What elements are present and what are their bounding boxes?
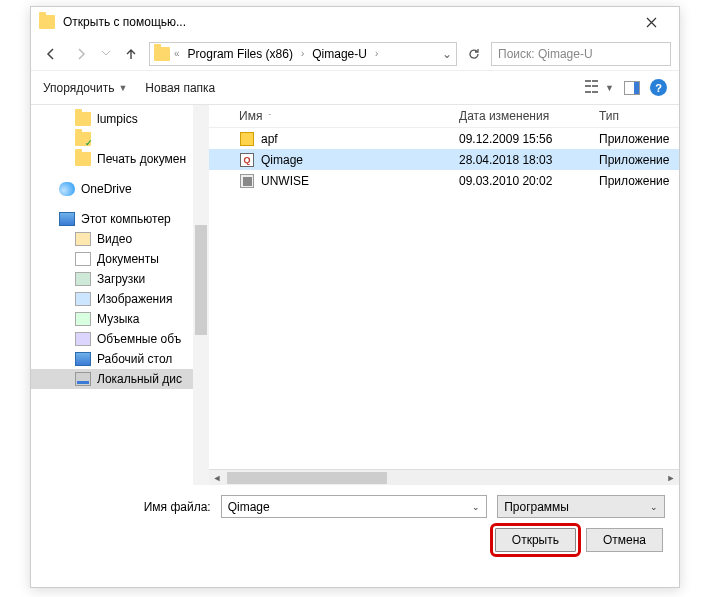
address-bar[interactable]: « Program Files (x86) › Qimage-U › ⌄: [149, 42, 457, 66]
col-header-date[interactable]: Дата изменения: [459, 109, 599, 123]
file-date: 28.04.2018 18:03: [459, 153, 599, 167]
tree-label: Изображения: [97, 292, 172, 306]
nav-row: « Program Files (x86) › Qimage-U › ⌄ Пои…: [31, 37, 679, 71]
arrow-right-icon: [74, 47, 88, 61]
tree-label: Музыка: [97, 312, 139, 326]
file-name: apf: [261, 132, 278, 146]
forward-button[interactable]: [69, 42, 93, 66]
view-icon: [585, 80, 601, 96]
col-label: Дата изменения: [459, 109, 549, 123]
downloads-icon: [75, 272, 91, 286]
tree-label: Рабочий стол: [97, 352, 172, 366]
tree-node-downloads[interactable]: Загрузки: [31, 269, 209, 289]
refresh-button[interactable]: [463, 43, 485, 65]
button-label: Отмена: [603, 533, 646, 547]
tree-node-thispc[interactable]: Этот компьютер: [31, 209, 209, 229]
organize-menu[interactable]: Упорядочить ▼: [43, 81, 127, 95]
help-button[interactable]: ?: [650, 79, 667, 96]
filename-label: Имя файла:: [45, 500, 211, 514]
file-row[interactable]: apf09.12.2009 15:56Приложение: [209, 128, 679, 149]
filename-input[interactable]: Qimage ⌄: [221, 495, 487, 518]
new-folder-label: Новая папка: [145, 81, 215, 95]
file-row[interactable]: QQimage28.04.2018 18:03Приложение: [209, 149, 679, 170]
arrow-up-icon: [124, 47, 138, 61]
open-button[interactable]: Открыть: [495, 528, 576, 552]
music-icon: [75, 312, 91, 326]
breadcrumb-prefix: «: [174, 48, 180, 59]
organize-label: Упорядочить: [43, 81, 114, 95]
close-button[interactable]: [631, 8, 671, 36]
search-input[interactable]: Поиск: Qimage-U: [491, 42, 671, 66]
tree-node-onedrive[interactable]: OneDrive: [31, 179, 209, 199]
nav-tree: lumpics Печать докумен OneDrive Этот ком…: [31, 105, 209, 485]
tree-scrollbar[interactable]: [193, 105, 209, 485]
col-header-type[interactable]: Тип: [599, 109, 679, 123]
tree-label: Видео: [97, 232, 132, 246]
search-placeholder: Поиск: Qimage-U: [498, 47, 593, 61]
objects3d-icon: [75, 332, 91, 346]
close-icon: [646, 17, 657, 28]
tree-node-3dobjects[interactable]: Объемные объ: [31, 329, 209, 349]
window-title: Открыть с помощью...: [63, 15, 631, 29]
tree-label: lumpics: [97, 112, 138, 126]
preview-pane-button[interactable]: [624, 81, 640, 95]
tree-label: Объемные объ: [97, 332, 181, 346]
tree-node-desktop[interactable]: Рабочий стол: [31, 349, 209, 369]
new-folder-button[interactable]: Новая папка: [145, 81, 215, 95]
file-type: Приложение: [599, 132, 679, 146]
up-button[interactable]: [119, 42, 143, 66]
recent-dropdown[interactable]: [99, 42, 113, 66]
documents-icon: [75, 252, 91, 266]
file-date: 09.12.2009 15:56: [459, 132, 599, 146]
chevron-down-icon: ▼: [605, 83, 614, 93]
titlebar: Открыть с помощью...: [31, 7, 679, 37]
disk-icon: [75, 372, 91, 386]
filetype-filter[interactable]: Программы ⌄: [497, 495, 665, 518]
file-name: UNWISE: [261, 174, 309, 188]
arrow-left-icon: [44, 47, 58, 61]
tree-node-localdisk[interactable]: Локальный дис: [31, 369, 209, 389]
chevron-down-icon: ⌄: [650, 502, 658, 512]
tree-node-checked[interactable]: [31, 129, 209, 149]
dialog-footer: Имя файла: Qimage ⌄ Программы ⌄ Открыть …: [31, 485, 679, 566]
scroll-right-icon[interactable]: ►: [663, 473, 679, 483]
sort-asc-icon: ˆ: [268, 112, 271, 121]
tree-node-documents[interactable]: Документы: [31, 249, 209, 269]
col-label: Тип: [599, 109, 619, 123]
file-icon: [239, 173, 255, 189]
chevron-down-icon: [102, 51, 110, 56]
tree-label: Загрузки: [97, 272, 145, 286]
tree-label: Этот компьютер: [81, 212, 171, 226]
breadcrumb-qimage-u[interactable]: Qimage-U: [308, 45, 371, 63]
folder-icon: [75, 152, 91, 166]
tree-label: Печать докумен: [97, 152, 186, 166]
tree-node-music[interactable]: Музыка: [31, 309, 209, 329]
list-h-scrollbar[interactable]: ◄ ►: [209, 469, 679, 485]
tree-node-pictures[interactable]: Изображения: [31, 289, 209, 309]
tree-label: Локальный дис: [97, 372, 182, 386]
filename-value: Qimage: [228, 500, 270, 514]
file-row[interactable]: UNWISE09.03.2010 20:02Приложение: [209, 170, 679, 191]
folder-icon: [75, 112, 91, 126]
file-date: 09.03.2010 20:02: [459, 174, 599, 188]
file-name: Qimage: [261, 153, 303, 167]
back-button[interactable]: [39, 42, 63, 66]
tree-node-printdocs[interactable]: Печать докумен: [31, 149, 209, 169]
videos-icon: [75, 232, 91, 246]
tree-label: OneDrive: [81, 182, 132, 196]
file-list: Имяˆ Дата изменения Тип apf09.12.2009 15…: [209, 105, 679, 485]
button-label: Открыть: [512, 533, 559, 547]
tree-node-videos[interactable]: Видео: [31, 229, 209, 249]
col-header-name[interactable]: Имяˆ: [209, 109, 459, 123]
cancel-button[interactable]: Отмена: [586, 528, 663, 552]
tree-node-lumpics[interactable]: lumpics: [31, 109, 209, 129]
scrollbar-thumb[interactable]: [195, 225, 207, 335]
scroll-left-icon[interactable]: ◄: [209, 473, 225, 483]
breadcrumb-program-files[interactable]: Program Files (x86): [184, 45, 297, 63]
address-dropdown[interactable]: ⌄: [442, 47, 452, 61]
view-menu[interactable]: ▼: [585, 80, 614, 96]
open-with-dialog: Открыть с помощью... « Program Files (x8…: [30, 6, 680, 588]
chevron-right-icon: ›: [375, 48, 378, 59]
file-icon: [239, 131, 255, 147]
scrollbar-thumb[interactable]: [227, 472, 387, 484]
